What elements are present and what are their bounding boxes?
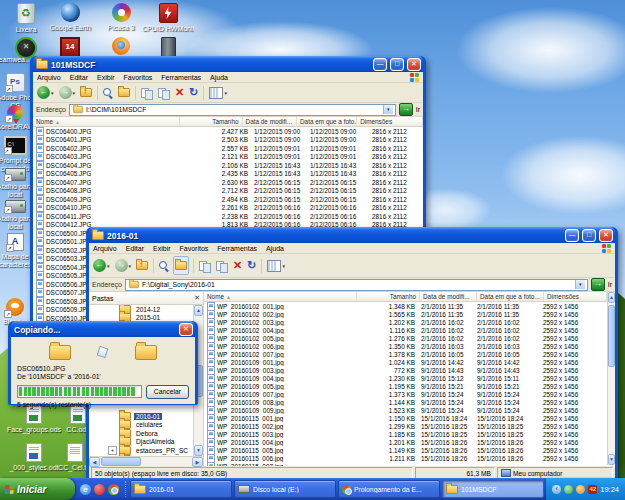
scroll-left-icon[interactable]: ◀ (89, 457, 100, 467)
scroll-down-icon[interactable]: ▼ (608, 454, 615, 465)
desktop-icon-google-earth[interactable]: Google Earth (44, 3, 96, 32)
tree-item-2014-12[interactable]: 2014-12 (89, 305, 193, 314)
search-button[interactable] (102, 85, 114, 100)
tree-item-celulares[interactable]: celulares (89, 420, 193, 429)
maximize-button[interactable]: □ (390, 58, 404, 71)
go-button[interactable]: → (591, 278, 605, 291)
address-dropdown[interactable]: ▾ (383, 105, 393, 114)
menu-editar[interactable]: Editar (126, 245, 144, 252)
back-button[interactable]: ←▾ (92, 258, 111, 273)
taskbar-task-101MSDCF[interactable]: 101MSDCF (442, 480, 544, 498)
minimize-button[interactable]: — (373, 58, 387, 71)
table-row[interactable]: DSC06410.JPG2.261 KB2/12/2015 06:162/12/… (33, 204, 423, 213)
move-to-button[interactable] (140, 85, 154, 100)
opera-icon[interactable] (94, 484, 105, 495)
tray-icon-green[interactable] (564, 485, 573, 494)
taskbar-task-2016-01[interactable]: 2016-01 (130, 480, 232, 498)
tree-item-hidrovias_TVA_etc[interactable]: hidrovias_TVA_etc (89, 455, 193, 456)
tree-item-2016-01[interactable]: 2016-01 (89, 412, 193, 421)
folders-button[interactable] (117, 85, 131, 100)
chrome-icon[interactable] (108, 484, 119, 495)
tree-item-Debora[interactable]: Debora (89, 429, 193, 438)
folders-button[interactable] (173, 256, 189, 275)
scroll-up-icon[interactable]: ▲ (194, 305, 203, 316)
table-row[interactable]: DSC06401.JPG2.503 KB1/12/2015 09:001/12/… (33, 136, 423, 145)
scroll-right-icon[interactable]: ▶ (192, 457, 203, 467)
close-button[interactable]: ✕ (599, 229, 613, 242)
forward-button[interactable]: →▾ (58, 85, 77, 100)
menu-arquivo[interactable]: Arquivo (93, 245, 117, 252)
table-row[interactable]: DSC06405.JPG2.435 KB1/12/2015 16:431/12/… (33, 170, 423, 179)
table-row[interactable]: DSC06403.JPG2.121 KB1/12/2015 09:011/12/… (33, 153, 423, 162)
cancel-button[interactable]: Cancelar (146, 385, 189, 399)
table-row[interactable]: DSC06409.JPG2.494 KB2/12/2015 06:152/12/… (33, 195, 423, 204)
tray-temp-monitor-icon[interactable]: 42 (588, 485, 597, 494)
tray-chevron-icon[interactable]: ‹ (552, 485, 561, 494)
list-vertical-scrollbar[interactable]: ▲ ▼ (607, 292, 615, 465)
table-row[interactable]: DSC06400.JPG2.427 KB1/12/2015 09:001/12/… (33, 127, 423, 136)
menu-exibir[interactable]: Exibir (97, 74, 115, 81)
scroll-up-icon[interactable]: ▲ (608, 292, 615, 303)
maximize-button[interactable]: □ (582, 229, 596, 242)
menu-arquivo[interactable]: Arquivo (37, 74, 61, 81)
menu-favoritos[interactable]: Favoritos (124, 74, 153, 81)
menu-favoritos[interactable]: Favoritos (180, 245, 209, 252)
menu-exibir[interactable]: Exibir (153, 245, 171, 252)
copy-to-button[interactable] (157, 85, 171, 100)
internet-explorer-icon[interactable]: e (80, 484, 91, 495)
menu-ajuda[interactable]: Ajuda (210, 74, 228, 81)
go-button[interactable]: → (399, 103, 413, 116)
address-input[interactable]: F:\Digital_Sony\2016-01 ▾ (125, 279, 588, 291)
address-dropdown[interactable]: ▾ (575, 280, 585, 289)
column-data-modificacao[interactable]: Data de modifi... (420, 292, 477, 301)
expand-icon[interactable]: + (108, 446, 117, 455)
desktop-icon-computer-tower[interactable] (142, 37, 194, 57)
menu-ferramentas[interactable]: Ferramentas (161, 74, 201, 81)
address-input[interactable]: I:\DCIM\101MSDCF ▾ (69, 104, 396, 116)
undo-button[interactable]: ↺ (246, 258, 257, 273)
tree-item-estacoes_PR_SC[interactable]: +estacoes_PR_SC (89, 446, 193, 455)
folders-pane-close-icon[interactable]: ✕ (194, 294, 200, 302)
close-button[interactable]: ✕ (407, 58, 421, 71)
dialog-title-bar[interactable]: Copiando... ✕ (11, 321, 195, 337)
views-button[interactable]: ▾ (266, 258, 286, 273)
tree-item-DjaciAlmeida[interactable]: DjaciAlmeida (89, 438, 193, 447)
column-data-foto[interactable]: Data em que a foto... (477, 292, 544, 301)
desktop-icon-cpuid[interactable]: CPUID HWMonitor (142, 3, 194, 33)
desktop-icon-dreamweaver[interactable]: Dreamwea... (0, 54, 34, 64)
column-tamanho[interactable]: Tamanho (180, 117, 242, 126)
scroll-down-icon[interactable]: ▼ (194, 445, 203, 456)
desktop-icon-calendar-app[interactable]: 14 (44, 37, 96, 58)
desktop-icon-firefox[interactable] (95, 37, 147, 55)
views-button[interactable]: ▾ (208, 85, 228, 100)
search-button[interactable] (158, 258, 170, 273)
copy-to-button[interactable] (215, 258, 229, 273)
back-button[interactable]: ←▾ (36, 85, 55, 100)
table-row[interactable]: DSC06407.JPG2.630 KB2/12/2015 06:152/12/… (33, 178, 423, 187)
delete-button[interactable]: ✕ (174, 85, 185, 100)
column-dimensoes[interactable]: Dimensões (544, 292, 607, 301)
tray-icon-orange[interactable] (576, 485, 585, 494)
column-data-foto[interactable]: Data em que a foto... (297, 117, 357, 126)
tree-horizontal-scrollbar[interactable]: ◀ ▶ (89, 456, 203, 466)
title-bar[interactable]: 2016-01 — □ ✕ (89, 227, 615, 243)
undo-button[interactable]: ↺ (188, 85, 199, 100)
delete-button[interactable]: ✕ (232, 258, 243, 273)
column-nome[interactable]: Nome▲ (33, 117, 180, 126)
minimize-button[interactable]: — (565, 229, 579, 242)
up-button[interactable]: ↑ (79, 85, 93, 100)
menu-ajuda[interactable]: Ajuda (266, 245, 284, 252)
table-row[interactable]: DSC06411.JPG2.238 KB2/12/2015 06:162/12/… (33, 212, 423, 221)
column-nome[interactable]: Nome▲ (204, 292, 357, 301)
move-to-button[interactable] (198, 258, 212, 273)
table-row[interactable]: WP_20160115_007.jpg (204, 462, 607, 466)
column-tamanho[interactable]: Tamanho (357, 292, 420, 301)
forward-button[interactable]: →▾ (114, 258, 133, 273)
start-button[interactable]: Iniciar (0, 478, 75, 500)
desktop-icon-picasa[interactable]: Picasa 3 (95, 3, 147, 32)
taskbar-task-Prolongamento da E...[interactable]: Prolongamento da E... (338, 480, 440, 498)
table-row[interactable]: DSC06404.JPG2.106 KB1/12/2015 16:431/12/… (33, 161, 423, 170)
dialog-close-button[interactable]: ✕ (179, 323, 193, 336)
column-data-modificacao[interactable]: Data de modifi... (243, 117, 297, 126)
title-bar[interactable]: 101MSDCF — □ ✕ (33, 56, 423, 72)
